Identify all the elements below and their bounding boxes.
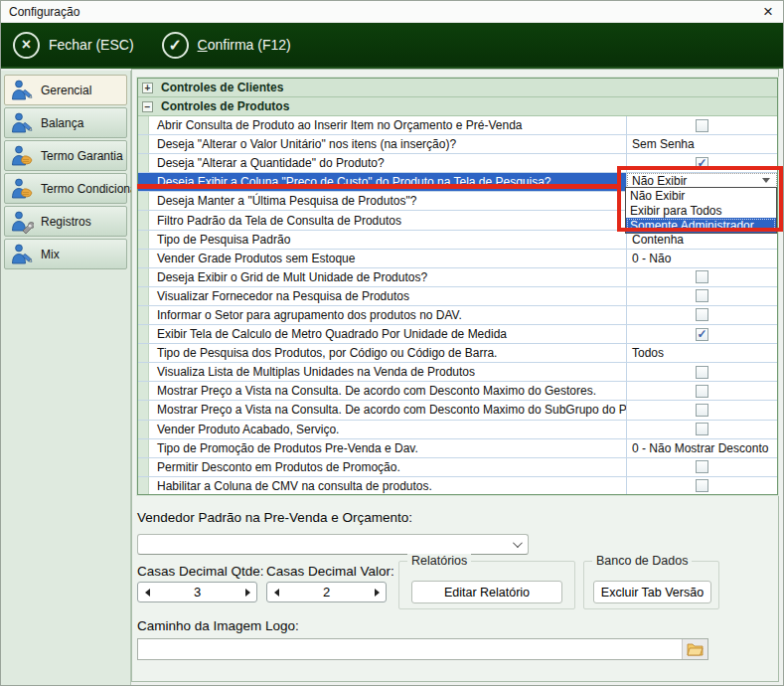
setting-label: Tipo de Pesquisa dos Produtos, por Códig… [149,344,626,362]
browse-folder-button[interactable] [682,639,707,659]
row-indent [138,250,149,267]
group-header-controles-de-produtos[interactable]: −Controles de Produtos [138,97,777,116]
setting-label: Deseja "Alterar o Valor Unitário" nos it… [149,135,626,153]
checkbox[interactable] [696,404,708,417]
caminho-logo-input[interactable] [138,639,682,659]
sidebar-item-label: Registros [41,215,91,229]
checkbox[interactable] [696,423,708,435]
casas-qtde-label: Casas Decimal Qtde: [137,564,264,579]
editar-relatorio-button[interactable]: Editar Relatório [411,581,562,603]
row-indent [138,192,149,210]
setting-value: ✓ [626,325,777,343]
row-indent [138,401,149,419]
dropdown-option-nao-exibir[interactable]: Não Exibir [626,188,776,203]
sidebar-item-termo-garantia[interactable]: Termo Garantia [4,140,127,171]
vendedor-combobox[interactable] [137,534,529,555]
stepper-left-arrow-icon[interactable] [267,589,285,597]
checkbox[interactable] [696,479,708,492]
caminho-logo-label: Caminho da Imagem Logo: [137,618,299,633]
table-row[interactable]: Visualiza Lista de Multiplas Unidades na… [138,363,777,382]
stepper-right-arrow-icon[interactable] [368,589,386,597]
setting-label: Tipo de Pesquisa Padrão [149,231,626,249]
setting-label: Filtro Padrão da Tela de Consulta de Pro… [149,211,626,229]
dropdown-option-exibir-para-todos[interactable]: Exibir para Todos [626,203,776,218]
checkbox[interactable] [696,385,708,398]
checkbox[interactable] [696,119,708,132]
setting-value: Sem Senha [626,135,777,153]
dropdown-option-somente-administrador[interactable]: Somente Administrador [626,218,776,233]
check-circle-icon: ✓ [162,32,189,59]
group-header-controles-de-clientes[interactable]: +Controles de Clientes [138,79,777,97]
vendedor-label: Vendedor Padrão na Pre-Venda e Orçamento… [137,510,412,525]
table-row[interactable]: Deseja Exibir o Grid de Mult Unidade de … [138,268,777,287]
checkbox[interactable] [696,308,708,321]
excluir-tab-versao-button[interactable]: Excluir Tab Versão [593,581,711,603]
sidebar-item-gerencial[interactable]: Gerencial [4,75,127,105]
setting-value: ✓ [626,154,777,172]
checkbox[interactable] [696,289,708,302]
table-row[interactable]: Informar o Setor para agrupamento dos pr… [138,306,777,325]
fechar-button[interactable]: × Fechar (ESC) [13,32,134,59]
row-indent [138,421,149,438]
table-row[interactable]: Deseja "Alterar o Valor Unitário" nos it… [138,135,777,154]
person-pencil-icon [10,79,34,102]
setting-label: Deseja Manter a "Última Pesquisa de Prod… [149,192,626,210]
configuracao-window: Configuração × × Fechar (ESC) ✓ Confirma… [0,0,784,686]
close-icon[interactable]: × [763,3,773,20]
table-row[interactable]: Mostrar Preço a Vista na Consulta. De ac… [138,382,777,401]
row-indent [138,287,149,305]
checkbox-checked[interactable]: ✓ [696,157,708,170]
table-row[interactable]: Deseja "Alterar a Quantidade" do Produto… [138,154,777,173]
banco-de-dados-groupbox: Banco de Dados Excluir Tab Versão [583,561,719,609]
row-indent [138,211,149,229]
setting-label: Mostrar Preço a Vista na Consulta. De ac… [149,382,626,400]
row-indent [138,382,149,400]
table-row[interactable]: Exibir Tela de Calculo de Metro Quadrado… [138,325,777,344]
table-row[interactable]: Mostrar Preço a Vista na Consulta. De ac… [138,401,777,420]
setting-value: 0 - Não Mostrar Desconto [626,439,777,457]
folder-icon [687,642,704,656]
relatorios-group-title: Relatórios [407,554,471,568]
setting-label: Visualizar Fornecedor na Pesquisa de Pro… [149,287,626,305]
stepper-right-arrow-icon[interactable] [238,589,256,597]
sidebar: GerencialBalançaTermo GarantiaTermo Cond… [1,71,131,686]
confirma-button-label: Confirma (F12) [198,37,291,53]
checkbox[interactable] [696,270,708,283]
sidebar-item-label: Balança [41,116,83,130]
person-hand-icon [10,177,34,201]
table-row[interactable]: Tipo de Promoção de Produtos Pre-Venda e… [138,439,777,458]
setting-label: Habilitar a Coluna de CMV na consulta de… [149,477,626,495]
dropdown-popup: Não ExibirExibir para TodosSomente Admin… [625,187,777,234]
table-row[interactable]: Habilitar a Coluna de CMV na consulta de… [138,477,777,495]
sidebar-item-balanca[interactable]: Balança [4,107,127,138]
table-row[interactable]: Tipo de Pesquisa dos Produtos, por Códig… [138,344,777,363]
setting-label: Visualiza Lista de Multiplas Unidades na… [149,363,626,381]
banco-de-dados-group-title: Banco de Dados [592,554,692,568]
relatorios-groupbox: Relatórios Editar Relatório [398,561,575,609]
table-row[interactable]: Permitir Desconto em Produtos de Promoçã… [138,458,777,477]
dropdown-value: Não Exibir [632,174,687,188]
confirma-button[interactable]: ✓ Confirma (F12) [162,32,291,59]
sidebar-item-registros[interactable]: Registros [4,206,127,237]
expand-icon[interactable]: + [142,83,153,93]
row-indent [138,439,149,457]
setting-value [626,458,777,476]
stepper-left-arrow-icon[interactable] [138,589,156,597]
checkbox[interactable] [696,460,708,473]
sidebar-item-mix[interactable]: Mix [4,239,127,269]
checkbox[interactable] [696,366,708,379]
setting-value [626,421,777,438]
collapse-icon[interactable]: − [142,101,153,112]
casas-qtde-stepper[interactable]: 3 [137,582,257,602]
table-row[interactable]: Abrir Consulta de Produto ao Inserir Ite… [138,116,777,135]
setting-label: Vender Produto Acabado, Serviço. [149,421,626,438]
sidebar-item-termo-condicional[interactable]: Termo Condicional [4,173,127,204]
row-indent [138,477,149,495]
setting-value [626,401,777,419]
casas-valor-stepper[interactable]: 2 [266,582,387,602]
table-row[interactable]: Vender Grade Produtos sem Estoque0 - Não [138,250,777,268]
table-row[interactable]: Vender Produto Acabado, Serviço. [138,421,777,439]
table-row[interactable]: Visualizar Fornecedor na Pesquisa de Pro… [138,287,777,306]
setting-value [626,268,777,286]
checkbox-checked[interactable]: ✓ [696,328,708,341]
